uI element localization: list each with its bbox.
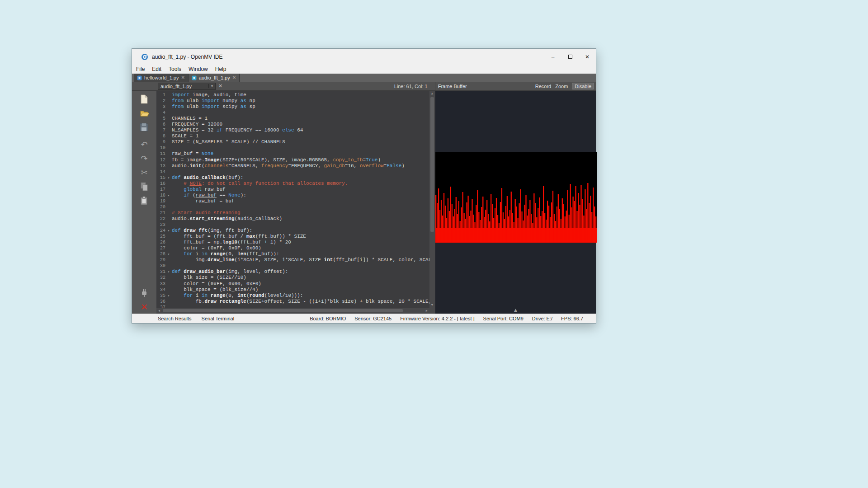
menu-item-file[interactable]: File: [132, 65, 148, 73]
open-file-selector[interactable]: audio_fft_1.py ▾: [158, 83, 216, 90]
paste-button[interactable]: [138, 195, 150, 206]
fold-spacer: [165, 133, 172, 139]
maximize-button[interactable]: [561, 49, 579, 65]
horizontal-scrollbar-thumb[interactable]: [163, 309, 403, 312]
line-number: 11: [156, 151, 165, 157]
zoom-button[interactable]: Zoom: [555, 84, 568, 89]
line-number: 10: [156, 145, 165, 151]
vertical-scrollbar-thumb[interactable]: [430, 97, 434, 232]
code-text: [172, 263, 429, 269]
line-number: 5: [156, 116, 165, 122]
scroll-right-icon[interactable]: ▸: [424, 309, 429, 313]
script-file-icon: [192, 75, 197, 80]
line-number: 23: [156, 222, 165, 228]
code-line: 21# Start audio streaming: [156, 210, 429, 216]
code-line: 3from ulab import scipy as sp: [156, 104, 429, 110]
menu-item-window[interactable]: Window: [185, 65, 212, 73]
status-right: Board: BORMIO Sensor: GC2145 Firmware Ve…: [310, 316, 596, 321]
tab-close-icon[interactable]: ✕: [232, 75, 236, 80]
fold-marker-icon[interactable]: ▾: [165, 192, 172, 198]
tab-audio-fft[interactable]: audio_fft_1.py ✕: [189, 74, 240, 82]
code-text: fft_buf = np.log10(fft_buf + 1) * 20: [172, 239, 429, 245]
fold-spacer: [165, 204, 172, 210]
maximize-icon: [568, 55, 572, 59]
code-line: 7N_SAMPLES = 32 if FREQUENCY == 16000 el…: [156, 127, 429, 133]
code-line: 23: [156, 222, 429, 228]
line-number: 18: [156, 192, 165, 198]
framebuffer-title: Frame Buffer: [438, 84, 467, 89]
horizontal-scrollbar[interactable]: ◂ ▸: [156, 308, 429, 314]
fold-spacer: [165, 104, 172, 110]
fold-spacer: [165, 257, 172, 263]
fold-spacer: [165, 181, 172, 187]
fold-spacer: [165, 145, 172, 151]
fold-spacer: [165, 157, 172, 163]
code-line: 28▾ for i in range(0, len(fft_buf)):: [156, 251, 429, 257]
minimize-button[interactable]: –: [544, 49, 561, 65]
code-line: 20: [156, 204, 429, 210]
disable-button[interactable]: Disable: [572, 83, 594, 89]
code-text: fb.draw_rectangle(SIZE+offset, SIZE - ((…: [172, 299, 429, 305]
connect-button[interactable]: [138, 287, 150, 298]
menu-item-tools[interactable]: Tools: [165, 65, 185, 73]
scroll-up-icon[interactable]: ▴: [431, 91, 433, 96]
close-button[interactable]: ✕: [579, 49, 596, 65]
record-button[interactable]: Record: [535, 84, 551, 89]
main-area: ↶ ↷ ✂: [132, 91, 596, 314]
fold-spacer: [165, 222, 172, 228]
line-number: 19: [156, 198, 165, 204]
serial-terminal-button[interactable]: Serial Terminal: [202, 316, 235, 321]
fold-marker-icon[interactable]: ▾: [165, 228, 172, 234]
vertical-scrollbar[interactable]: ▴ ▾: [429, 91, 435, 308]
tab-close-icon[interactable]: ✕: [181, 75, 184, 80]
menu-bar: File Edit Tools Window Help: [132, 65, 596, 74]
code-line: 30: [156, 263, 429, 269]
code-text: [172, 169, 429, 175]
line-number: 8: [156, 133, 165, 139]
disconnect-button[interactable]: ✕: [138, 301, 150, 312]
fold-marker-icon[interactable]: ▾: [165, 293, 172, 299]
status-bar: Search Results Serial Terminal Board: BO…: [132, 314, 596, 323]
fold-spacer: [165, 263, 172, 269]
code-text: def draw_audio_bar(img, level, offset):: [172, 269, 429, 275]
tab-helloworld[interactable]: helloworld_1.py ✕: [134, 74, 189, 82]
framebuffer-buttons: Record Zoom Disable: [535, 83, 594, 89]
scroll-left-icon[interactable]: ◂: [156, 309, 162, 313]
undo-button[interactable]: ↶: [138, 139, 150, 150]
code-text: img.draw_line(i*SCALE, SIZE, i*SCALE, SI…: [172, 257, 429, 263]
title-bar[interactable]: audio_fft_1.py - OpenMV IDE – ✕: [132, 49, 596, 65]
code-lines: 1import image, audio, time2from ulab imp…: [156, 92, 429, 308]
line-number: 12: [156, 157, 165, 163]
code-text: N_SAMPLES = 32 if FREQUENCY == 16000 els…: [172, 127, 429, 133]
fold-marker-icon[interactable]: ▾: [165, 175, 172, 181]
fold-marker-icon[interactable]: ▾: [165, 269, 172, 275]
close-document-button[interactable]: ✕: [218, 83, 222, 89]
open-file-button[interactable]: [138, 108, 150, 118]
line-number: 33: [156, 281, 165, 287]
search-results-button[interactable]: Search Results: [158, 316, 192, 321]
menu-item-help[interactable]: Help: [212, 65, 230, 73]
tab-label: helloworld_1.py: [144, 75, 179, 80]
new-file-button[interactable]: [138, 94, 150, 104]
code-line: 33 color = (0xFF, 0x00, 0xF0): [156, 281, 429, 287]
code-text: from ulab import numpy as np: [172, 98, 429, 104]
fold-spacer: [165, 139, 172, 145]
copy-button[interactable]: [138, 181, 150, 192]
code-line: 27 color = (0xFF, 0x0F, 0x00): [156, 245, 429, 251]
code-text: fb = image.Image(SIZE+(50*SCALE), SIZE, …: [172, 157, 429, 163]
code-text: def draw_fft(img, fft_buf):: [172, 228, 429, 234]
redo-button[interactable]: ↷: [138, 153, 150, 164]
code-text: color = (0xFF, 0x0F, 0x00): [172, 245, 429, 251]
scroll-down-icon[interactable]: ▾: [431, 302, 433, 308]
fold-spacer: [165, 187, 172, 192]
menu-item-edit[interactable]: Edit: [148, 65, 165, 73]
code-line: 17 global raw_buf: [156, 187, 429, 192]
save-file-button[interactable]: [138, 122, 150, 132]
code-editor[interactable]: 1import image, audio, time2from ulab imp…: [156, 91, 435, 314]
editor-toolbar-left: audio_fft_1.py ▾ ✕ Line: 61, Col: 1: [132, 82, 435, 90]
fold-marker-icon[interactable]: ▾: [165, 251, 172, 257]
cut-button[interactable]: ✂: [138, 167, 150, 178]
expand-panel-icon[interactable]: ▲: [514, 308, 517, 312]
code-line: 4: [156, 110, 429, 116]
fold-spacer: [165, 110, 172, 116]
